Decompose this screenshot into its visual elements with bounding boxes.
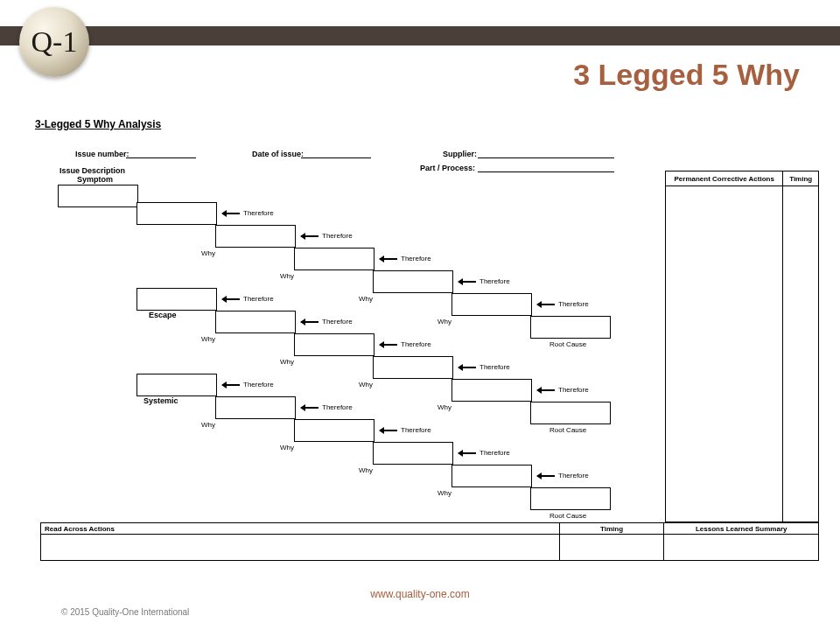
rootcause-label: Root Cause xyxy=(550,340,586,348)
arrow-icon xyxy=(380,430,397,431)
leg2-box-0 xyxy=(136,288,217,311)
arrow-icon xyxy=(301,407,318,409)
leg3-box-1 xyxy=(215,396,296,419)
leg1-box-4 xyxy=(452,293,532,316)
leg2-box-rootcause xyxy=(530,402,611,424)
issue-desc-label-1: Issue Description xyxy=(60,166,125,175)
why-label: Why xyxy=(280,358,294,366)
arrow-icon xyxy=(537,304,555,305)
therefore-label: Therefore xyxy=(401,340,431,348)
why-label: Why xyxy=(280,444,294,452)
why-label: Why xyxy=(359,295,373,303)
footer-copyright: © 2015 Quality-One International xyxy=(61,607,189,617)
supplier-label: Supplier: xyxy=(443,150,477,158)
why-label: Why xyxy=(201,249,215,257)
page-title: 3 Legged 5 Why xyxy=(573,58,800,92)
therefore-label: Therefore xyxy=(480,363,510,371)
issue-desc-box xyxy=(58,185,138,207)
therefore-label: Therefore xyxy=(558,300,589,308)
therefore-label: Therefore xyxy=(322,403,353,411)
leg3-box-4 xyxy=(452,465,532,487)
supplier-line xyxy=(478,158,614,158)
leg1-box-0 xyxy=(136,202,217,225)
leg2-box-2 xyxy=(294,333,374,356)
leg3-box-0 xyxy=(136,374,217,396)
bottom-header: Read Across Actions Timing Lessons Learn… xyxy=(40,522,819,535)
arrow-icon xyxy=(380,344,397,346)
arrow-icon xyxy=(458,281,476,283)
leg1-box-2 xyxy=(294,248,374,270)
rootcause-label: Root Cause xyxy=(550,426,586,434)
bottom-body xyxy=(40,535,819,561)
issue-desc-label-2: Symptom xyxy=(77,175,113,184)
why-label: Why xyxy=(201,335,215,343)
why-label: Why xyxy=(359,466,373,474)
read-across-header: Read Across Actions xyxy=(41,523,560,534)
timing-header-2: Timing xyxy=(560,523,665,534)
arrow-icon xyxy=(537,475,555,477)
leg3-box-rootcause xyxy=(530,487,611,510)
leg3-box-2 xyxy=(294,419,374,442)
part-process-line xyxy=(478,172,614,172)
why-label: Why xyxy=(438,489,452,497)
therefore-label: Therefore xyxy=(243,295,274,303)
why-label: Why xyxy=(359,381,373,388)
therefore-label: Therefore xyxy=(243,209,274,217)
sheet-title: 3-Legged 5 Why Analysis xyxy=(35,118,822,130)
footer-url: www.quality-one.com xyxy=(0,588,840,600)
therefore-label: Therefore xyxy=(480,449,510,457)
arrow-icon xyxy=(537,389,555,391)
worksheet: 3-Legged 5 Why Analysis Issue number: Da… xyxy=(35,118,822,582)
top-bar xyxy=(0,26,840,46)
right-panel-body xyxy=(665,186,819,522)
leg1-box-3 xyxy=(373,270,453,293)
part-process-label: Part / Process: xyxy=(420,164,475,172)
date-of-issue-line xyxy=(301,158,371,158)
arrow-icon xyxy=(458,367,476,368)
date-of-issue-label: Date of issue: xyxy=(252,150,304,158)
leg2-box-1 xyxy=(215,311,296,333)
therefore-label: Therefore xyxy=(322,232,353,240)
timing-header: Timing xyxy=(783,172,818,186)
lessons-header: Lessons Learned Summary xyxy=(664,523,818,534)
arrow-icon xyxy=(222,298,240,300)
therefore-label: Therefore xyxy=(558,386,589,394)
arrow-icon xyxy=(301,321,318,323)
issue-number-line xyxy=(126,158,196,158)
logo-badge: Q-1 xyxy=(19,7,89,77)
arrow-icon xyxy=(458,452,476,454)
rootcause-label: Root Cause xyxy=(550,512,586,520)
leg3-box-3 xyxy=(373,442,453,465)
therefore-label: Therefore xyxy=(401,255,431,262)
perm-actions-header: Permanent Corrective Actions xyxy=(666,172,783,186)
therefore-label: Therefore xyxy=(243,381,274,388)
arrow-icon xyxy=(380,258,397,260)
right-panel-header: Permanent Corrective Actions Timing xyxy=(665,171,819,186)
therefore-label: Therefore xyxy=(558,472,589,480)
logo-text: Q-1 xyxy=(32,25,78,59)
leg1-box-rootcause xyxy=(530,316,611,339)
escape-label: Escape xyxy=(149,311,177,319)
arrow-icon xyxy=(301,235,318,237)
why-label: Why xyxy=(438,403,452,411)
why-label: Why xyxy=(438,318,452,326)
therefore-label: Therefore xyxy=(401,426,431,434)
why-label: Why xyxy=(201,421,215,429)
arrow-icon xyxy=(222,213,240,214)
arrow-icon xyxy=(222,384,240,386)
leg2-box-3 xyxy=(373,356,453,379)
leg2-box-4 xyxy=(452,379,532,402)
leg1-box-1 xyxy=(215,225,296,248)
systemic-label: Systemic xyxy=(144,396,178,405)
therefore-label: Therefore xyxy=(322,318,353,326)
issue-number-label: Issue number: xyxy=(75,150,130,158)
why-label: Why xyxy=(280,272,294,280)
therefore-label: Therefore xyxy=(480,277,510,285)
